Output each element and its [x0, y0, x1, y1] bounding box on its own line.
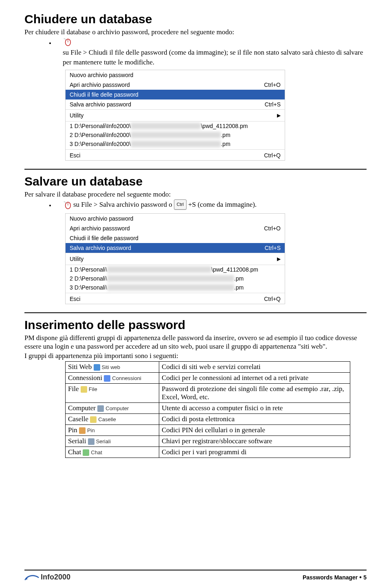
group-desc-cell: Codici per le connessioni ad internet od…: [159, 372, 350, 383]
heading-salvare: Salvare un database: [24, 175, 367, 188]
mouse-icon: [63, 200, 72, 209]
intro-salvare: Per salvare il database procedere nel se…: [24, 190, 367, 199]
group-icon: [83, 449, 89, 456]
bullet-text-chiudere: su File > Chiudi il file delle password …: [63, 48, 367, 67]
group-tag: Connessioni: [104, 375, 141, 382]
bullet-text-salvare-post: +S (come da immagine).: [188, 200, 257, 210]
group-desc-cell: Codici per i vari programmi di: [159, 447, 350, 458]
table-row: Caselle CaselleCodici di posta elettroni…: [66, 413, 350, 424]
menu-recent-item[interactable]: 1 D:\Personali\xxxxxxxxxxxxxxxxxxxxxxxxx…: [66, 265, 285, 274]
group-desc-cell: Password di protezione dei singoli file …: [159, 383, 350, 402]
redacted-path: xxxxxxxxxxxxxxxxxxxxxxxx: [131, 123, 201, 129]
group-name-cell: Chat Chat: [66, 447, 159, 458]
menu-recent-item[interactable]: 2 D:\Personali\xxxxxxxxxxxxxxxxxxxxxxxxx…: [66, 274, 285, 283]
lead-groups: I gruppi di appartenenza più importanti …: [24, 351, 367, 360]
menu-recent-item[interactable]: 3 D:\Personali\xxxxxxxxxxxxxxxxxxxxxxxxx…: [66, 283, 285, 292]
section-divider: [24, 169, 367, 170]
chevron-right-icon: ▶: [277, 256, 281, 262]
redacted-path: xxxxxxxxxxxxxxxxxxxxxxxxxxxxxxx: [131, 141, 221, 147]
table-row: Chat ChatCodici per i vari programmi di: [66, 447, 350, 458]
bullet-dot: •: [49, 39, 51, 49]
menu-item[interactable]: Nuovo archivio password: [66, 214, 285, 223]
group-icon: [88, 438, 94, 445]
page-footer: Info2000 Passwords Manager • 5: [24, 570, 367, 581]
table-row: Siti Web Siti webCodici di siti web e se…: [66, 361, 350, 372]
menu-recent-item[interactable]: 1 D:\Personali\Info2000\xxxxxxxxxxxxxxxx…: [66, 122, 285, 130]
group-desc-cell: Chiavi per registrare/sbloccare software: [159, 435, 350, 447]
group-name-cell: Connessioni Connessioni: [66, 372, 159, 383]
group-tag: Chat: [83, 449, 102, 456]
footer-page-ref: Passwords Manager • 5: [303, 574, 367, 581]
table-row: Pin PinCodici PIN dei cellulari o in gen…: [66, 424, 350, 435]
redacted-path: xxxxxxxxxxxxxxxxxxxxxxxxxxxxxxx: [131, 132, 221, 138]
group-tag: Computer: [97, 405, 129, 412]
file-menu-2: Nuovo archivio password Apri archivio pa…: [65, 213, 285, 304]
group-name-cell: Siti Web Siti web: [66, 361, 159, 372]
logo-swoosh-icon: [24, 573, 39, 581]
menu-item-utility[interactable]: Utility▶: [66, 109, 285, 122]
group-icon: [90, 416, 97, 423]
group-desc-cell: Codici di posta elettronica: [159, 413, 350, 424]
menu-item[interactable]: Nuovo archivio password: [66, 70, 285, 80]
mouse-icon: [63, 37, 72, 46]
group-name-cell: File File: [66, 383, 159, 402]
bullet-salvare: • su File > Salva archivio password o Ct…: [49, 199, 367, 211]
group-tag: Seriali: [88, 438, 111, 445]
menu-recent-item[interactable]: 3 D:\Personali\Info2000\xxxxxxxxxxxxxxxx…: [66, 139, 285, 148]
table-row: Computer ComputerUtente di accesso a com…: [66, 402, 350, 413]
footer-logo-text: Info2000: [41, 573, 70, 581]
group-icon: [79, 427, 86, 434]
group-name-cell: Computer Computer: [66, 402, 159, 413]
footer-logo: Info2000: [24, 573, 70, 581]
group-name-cell: Pin Pin: [66, 424, 159, 435]
group-tag: File: [81, 386, 97, 393]
chevron-right-icon: ▶: [277, 113, 281, 118]
group-desc-cell: Codici PIN dei cellulari o in generale: [159, 424, 350, 435]
menu-item-utility[interactable]: Utility▶: [66, 253, 285, 265]
bullet-dot: •: [49, 201, 51, 211]
table-row: File FilePassword di protezione dei sing…: [66, 383, 350, 402]
menu-item[interactable]: Salva archivio passwordCtrl+S: [66, 99, 285, 109]
group-tag: Siti web: [94, 364, 121, 371]
group-desc-cell: Codici di siti web e servizi correlati: [159, 361, 350, 372]
file-menu-1: Nuovo archivio password Apri archivio pa…: [65, 70, 285, 161]
menu-item-exit[interactable]: EsciCtrl+Q: [66, 294, 285, 304]
group-tag: Caselle: [90, 416, 116, 423]
menu-item-exit[interactable]: EsciCtrl+Q: [66, 150, 285, 160]
heading-chiudere: Chiudere un database: [24, 12, 367, 26]
redacted-path: xxxxxxxxxxxxxxxxxxxxxxxxxxxxxxxxxxxx: [107, 266, 211, 273]
redacted-path: xxxxxxxxxxxxxxxxxxxxxxxxxxxxxxxxxxxxxxxx…: [107, 275, 234, 282]
menu-item-selected[interactable]: Chiudi il file delle password: [66, 90, 285, 99]
menu-recent-item[interactable]: 2 D:\Personali\Info2000\xxxxxxxxxxxxxxxx…: [66, 130, 285, 139]
group-icon: [104, 375, 110, 382]
group-icon: [94, 364, 100, 371]
ctrl-key-icon: Ctrl: [174, 199, 187, 210]
group-name-cell: Caselle Caselle: [66, 413, 159, 424]
para-inserimento: PM dispone già differenti gruppi di appa…: [24, 334, 367, 351]
group-icon: [81, 386, 87, 393]
menu-item[interactable]: Apri archivio passswordCtrl+O: [66, 223, 285, 233]
group-name-cell: Seriali Seriali: [66, 435, 159, 447]
intro-chiudere: Per chiudere il database o archivio pass…: [24, 28, 367, 36]
bullet-chiudere: • su File > Chiudi il file delle passwor…: [49, 37, 367, 67]
table-row: Connessioni ConnessioniCodici per le con…: [66, 372, 350, 383]
redacted-path: xxxxxxxxxxxxxxxxxxxxxxxxxxxxxxxxxxxxxxxx…: [107, 284, 234, 291]
menu-item[interactable]: Chiudi il file delle password: [66, 233, 285, 243]
table-row: Seriali SerialiChiavi per registrare/sbl…: [66, 435, 350, 447]
group-tag: Pin: [79, 427, 95, 434]
groups-table: Siti Web Siti webCodici di siti web e se…: [65, 361, 350, 458]
group-desc-cell: Utente di accesso a computer fisici o in…: [159, 402, 350, 413]
menu-item-selected[interactable]: Salva archivio passwordCtrl+S: [66, 243, 285, 253]
bullet-text-salvare-pre: su File > Salva archivio password o: [73, 200, 172, 210]
group-icon: [97, 405, 104, 412]
menu-item[interactable]: Apri archivio passswordCtrl+O: [66, 80, 285, 90]
heading-inserimento: Inserimento delle password: [24, 318, 367, 332]
section-divider: [24, 312, 367, 313]
svg-point-2: [26, 578, 28, 579]
